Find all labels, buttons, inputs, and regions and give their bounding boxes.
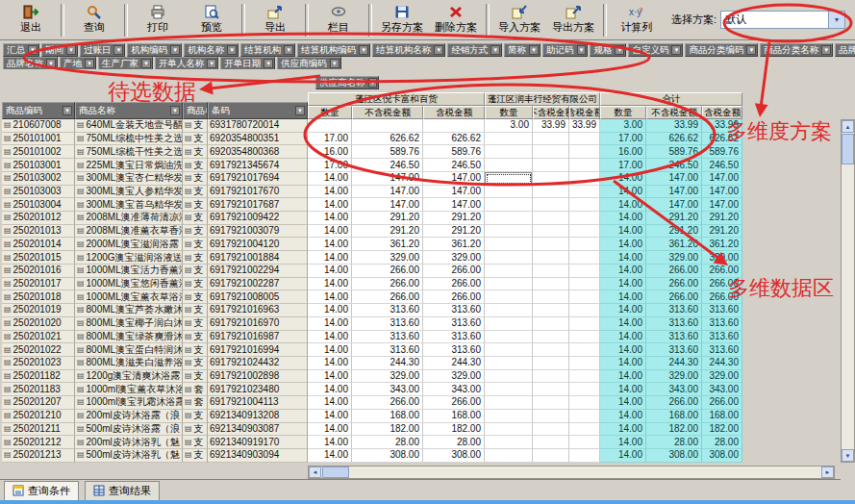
amount-cell[interactable]: 361.20 [352, 238, 423, 251]
amount-cell[interactable]: 361.20 [702, 238, 742, 251]
amount-cell[interactable]: 291.20 [702, 212, 742, 225]
amount-cell[interactable]: 266.00 [702, 265, 742, 278]
amount-cell[interactable] [533, 278, 569, 291]
name-cell[interactable]: ▤2008ML澳准薰衣草香浴 [75, 225, 183, 239]
amount-cell[interactable]: 343.00 [646, 383, 702, 396]
qty-cell[interactable]: 16.00 [600, 145, 646, 159]
amount-cell[interactable]: 313.60 [352, 317, 423, 331]
amount-cell[interactable]: 308.00 [646, 449, 702, 463]
qty-cell[interactable]: 14.00 [600, 172, 646, 186]
amount-cell[interactable]: 343.00 [352, 383, 423, 396]
qty-cell[interactable] [485, 172, 533, 186]
qty-cell[interactable]: 14.00 [600, 410, 646, 423]
barcode-cell[interactable]: 6917921002294 [208, 265, 308, 278]
amount-cell[interactable] [569, 304, 600, 317]
amount-cell[interactable]: 329.00 [423, 251, 485, 265]
amount-cell[interactable]: 313.60 [352, 331, 423, 344]
amount-cell[interactable] [533, 304, 569, 317]
measure-header[interactable]: 含税金额 [423, 106, 485, 119]
qty-cell[interactable]: 3.00 [600, 119, 646, 133]
code-cell[interactable]: ▤250201017 [2, 278, 75, 291]
name-cell[interactable]: ▤750ML综梳干性美之选 [75, 145, 183, 159]
name-cell[interactable]: ▤750ML综梳中性美之选 [75, 133, 183, 146]
toolbar-button-delete-plan[interactable]: 删除方案 [429, 2, 483, 38]
amount-cell[interactable]: 589.76 [702, 145, 742, 159]
chevron-down-icon[interactable]: ▼ [284, 45, 293, 55]
filter-chip-r1-14[interactable]: 商品分类名称▼ [760, 43, 833, 57]
amount-cell[interactable] [533, 331, 569, 344]
qty-cell[interactable]: 14.00 [600, 278, 646, 291]
amount-cell[interactable]: 266.00 [646, 396, 702, 410]
amount-cell[interactable]: 168.00 [702, 410, 742, 423]
amount-cell[interactable]: 266.00 [702, 290, 742, 304]
barcode-cell[interactable]: 6921340919170 [208, 436, 308, 449]
qty-cell[interactable]: 14.00 [600, 357, 646, 370]
amount-cell[interactable] [569, 198, 600, 212]
amount-cell[interactable]: 168.00 [423, 410, 485, 423]
code-cell[interactable]: ▤250201182 [2, 370, 75, 384]
amount-cell[interactable]: 291.20 [352, 212, 423, 225]
amount-cell[interactable]: 266.00 [423, 265, 485, 278]
amount-cell[interactable]: 313.60 [352, 304, 423, 317]
code-cell[interactable]: ▤250201023 [2, 357, 75, 370]
qty-cell[interactable]: 14.00 [308, 396, 352, 410]
code-cell[interactable]: ▤250201207 [2, 396, 75, 410]
chevron-down-icon[interactable]: ▼ [434, 45, 443, 55]
measure-header[interactable]: 不含税金额 [533, 106, 569, 119]
filter-chip-r1-3[interactable]: 机构编码▼ [127, 43, 182, 57]
chevron-down-icon[interactable]: ▼ [490, 45, 500, 55]
barcode-cell[interactable]: 6917921017670 [208, 186, 308, 199]
code-cell[interactable]: ▤250103002 [2, 172, 75, 186]
filter-chip-r2-4[interactable]: 开单日期▼ [220, 57, 275, 70]
chevron-down-icon[interactable]: ▼ [28, 45, 38, 55]
amount-cell[interactable]: 313.60 [423, 343, 485, 357]
qty-cell[interactable] [485, 436, 533, 449]
qty-cell[interactable] [485, 251, 533, 265]
amount-cell[interactable]: 308.00 [352, 449, 423, 463]
scroll-up-icon[interactable]: ▲ [842, 120, 854, 133]
qty-cell[interactable]: 14.00 [600, 225, 646, 239]
chevron-down-icon[interactable]: ▼ [359, 45, 368, 55]
chevron-down-icon[interactable]: ▼ [170, 106, 180, 115]
filter-chip-r1-11[interactable]: 规格▼ [590, 43, 626, 57]
amount-cell[interactable]: 308.00 [702, 449, 742, 463]
unit-cell[interactable]: ▤支 [183, 186, 208, 199]
amount-cell[interactable]: 343.00 [702, 383, 742, 396]
amount-cell[interactable]: 313.60 [423, 331, 485, 344]
filter-chip-r1-10[interactable]: 助记码▼ [542, 43, 588, 57]
filter-chip-r1-9[interactable]: 简称▼ [504, 43, 541, 57]
code-cell[interactable]: ▤250201013 [2, 225, 75, 239]
barcode-cell[interactable]: 6917921016987 [208, 331, 308, 344]
unit-cell[interactable]: ▤支 [183, 238, 208, 251]
amount-cell[interactable]: 168.00 [352, 410, 423, 423]
filter-chip-r1-8[interactable]: 经销方式▼ [447, 43, 502, 57]
qty-cell[interactable]: 17.00 [600, 133, 646, 146]
barcode-cell[interactable]: 6920354800368 [208, 145, 308, 159]
chevron-down-icon[interactable]: ▼ [141, 59, 151, 68]
amount-cell[interactable]: 147.00 [702, 172, 742, 186]
amount-cell[interactable]: 266.00 [423, 278, 485, 291]
name-cell[interactable]: ▤1000ML澳宝薰衣草浴液 [75, 290, 183, 304]
unit-cell[interactable]: ▤支 [183, 133, 208, 146]
amount-cell[interactable]: 147.00 [423, 172, 485, 186]
column-header-2[interactable]: 商品单▼ [183, 102, 208, 119]
chevron-down-icon[interactable]: ▼ [821, 45, 831, 55]
unit-cell[interactable]: ▤支 [183, 145, 208, 159]
unit-cell[interactable]: ▤支 [183, 172, 208, 186]
chevron-down-icon[interactable]: ▼ [671, 45, 681, 55]
qty-cell[interactable]: 14.00 [308, 278, 352, 291]
qty-cell[interactable]: 3.00 [485, 119, 533, 133]
amount-cell[interactable] [569, 186, 600, 199]
amount-cell[interactable] [569, 383, 600, 396]
chevron-down-icon[interactable]: ▼ [113, 45, 123, 55]
amount-cell[interactable]: 246.50 [423, 159, 485, 172]
code-cell[interactable]: ▤250201019 [2, 304, 75, 317]
barcode-cell[interactable]: 6917921004113 [208, 396, 308, 410]
amount-cell[interactable]: 313.60 [646, 304, 702, 317]
name-cell[interactable]: ▤1000ML澳宝活力香薰浴 [75, 265, 183, 278]
amount-cell[interactable]: 266.00 [352, 278, 423, 291]
amount-cell[interactable] [569, 145, 600, 159]
amount-cell[interactable] [569, 172, 600, 186]
unit-cell[interactable]: ▤支 [183, 317, 208, 331]
toolbar-button-query[interactable]: 查询 [67, 2, 121, 38]
